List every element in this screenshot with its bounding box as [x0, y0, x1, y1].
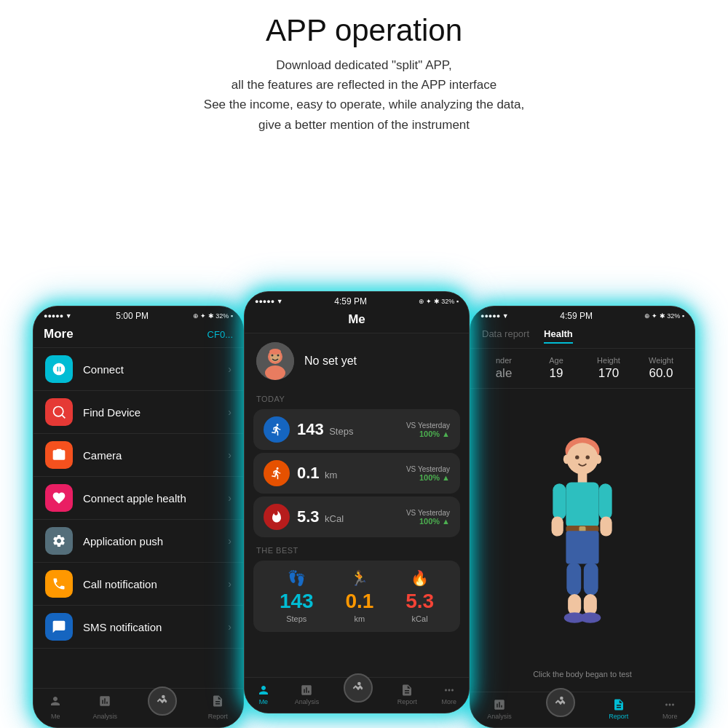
best-section: 👣 143 Steps 🏃 0.1 km 🔥 5. — [253, 561, 460, 632]
svg-point-8 — [277, 355, 280, 357]
steps-vs-value: 100% ▲ — [406, 430, 450, 438]
app-push-icon — [45, 527, 73, 555]
svg-point-13 — [575, 455, 579, 459]
menu-item-camera[interactable]: Camera › — [33, 434, 243, 477]
menu-item-find-device[interactable]: Find Device › — [33, 391, 243, 434]
right-report-label: Report — [609, 713, 628, 720]
header-section: APP operation Download dedicated "split"… — [0, 0, 728, 142]
age-label: Age — [549, 356, 563, 365]
right-phone: ●●●●● ▼ 4:59 PM ⊕ ✦ ✱ 32% ▪ Data report … — [470, 306, 695, 728]
middle-me-label: Me — [259, 698, 269, 705]
today-label: TODAY — [245, 389, 469, 406]
middle-analysis-icon — [300, 684, 313, 697]
middle-run-icon — [344, 673, 373, 703]
middle-nav-title: Me — [348, 312, 365, 327]
middle-nav-bar: Me — [245, 309, 469, 333]
middle-tab-analysis[interactable]: Analysis — [295, 684, 320, 705]
left-menu-list: Connect › Find Device › — [33, 348, 243, 688]
left-status-icons: ⊕ ✦ ✱ 32% ▪ — [193, 312, 233, 320]
left-tab-report[interactable]: Report — [208, 695, 228, 720]
weight-value: 60.0 — [649, 366, 673, 381]
svg-rect-22 — [600, 516, 612, 536]
right-more-icon — [663, 698, 676, 711]
health-screen: nder ale Age 19 Height 170 Weight — [470, 349, 695, 692]
left-nav-bar: More CF0... — [33, 324, 243, 348]
kcal-card[interactable]: 5.3 kCal VS Yesterday 100% ▲ — [253, 496, 460, 537]
height-cell: Height 170 — [585, 356, 632, 381]
middle-report-label: Report — [397, 698, 417, 705]
right-tab-analysis[interactable]: Analysis — [487, 698, 512, 720]
svg-rect-18 — [566, 482, 598, 528]
best-km-num: 0.1 — [345, 590, 373, 613]
menu-item-call[interactable]: Call notification › — [33, 563, 243, 606]
steps-vs-label: VS Yesterday — [406, 422, 450, 430]
left-phone-wrapper: ●●●●● ▼ 5:00 PM ⊕ ✦ ✱ 32% ▪ More CF0... … — [33, 306, 244, 728]
left-tab-report-label: Report — [208, 713, 228, 720]
steps-number: 143 — [297, 420, 324, 438]
left-status-signal: ●●●●● ▼ — [44, 312, 72, 320]
tab-health[interactable]: Health — [544, 328, 573, 344]
km-vs-label: VS Yesterday — [406, 465, 450, 473]
right-tab-report[interactable]: Report — [609, 698, 628, 720]
body-figure-area[interactable]: Click the body began to test — [470, 389, 695, 692]
svg-rect-21 — [552, 516, 563, 536]
svg-point-12 — [566, 443, 598, 474]
best-km-label: km — [355, 614, 365, 623]
best-steps-num: 143 — [280, 590, 314, 613]
tab-data-report[interactable]: Data report — [482, 328, 529, 344]
best-kcal-icon: 🔥 — [411, 569, 429, 587]
km-value-group: 0.1 km — [297, 464, 337, 483]
middle-more-label: More — [442, 698, 457, 705]
kcal-vs: VS Yesterday 100% ▲ — [406, 509, 450, 526]
left-tab-analysis[interactable]: Analysis — [93, 695, 118, 720]
menu-item-app-push[interactable]: Application push › — [33, 520, 243, 563]
best-km: 🏃 0.1 km — [345, 569, 373, 623]
km-vs: VS Yesterday 100% ▲ — [406, 465, 450, 482]
left-nav-action: CF0... — [207, 329, 233, 340]
body-figure — [524, 396, 641, 670]
middle-tab-report[interactable]: Report — [397, 684, 417, 705]
middle-tab-more[interactable]: More — [442, 684, 457, 705]
left-tab-me-label: Me — [51, 713, 60, 720]
sms-icon — [45, 613, 73, 641]
menu-item-connect[interactable]: Connect › — [33, 348, 243, 391]
middle-phone-wrapper: ●●●●● ▼ 4:59 PM ⊕ ✦ ✱ 32% ▪ Me — [244, 291, 470, 713]
middle-report-icon — [400, 684, 414, 697]
svg-point-15 — [563, 455, 570, 464]
gender-label: nder — [496, 356, 512, 365]
left-tab-me[interactable]: Me — [49, 695, 62, 720]
left-nav-title: More — [44, 327, 74, 341]
middle-tab-run[interactable] — [344, 687, 373, 703]
height-value: 170 — [598, 366, 619, 381]
km-card[interactable]: 0.1 km VS Yesterday 100% ▲ — [253, 453, 460, 494]
left-tab-analysis-label: Analysis — [93, 713, 118, 720]
age-cell: Age 19 — [533, 356, 579, 381]
right-status-bar: ●●●●● ▼ 4:59 PM ⊕ ✦ ✱ 32% ▪ — [470, 306, 695, 324]
svg-rect-26 — [566, 563, 581, 596]
steps-value-group: 143 Steps — [297, 420, 353, 439]
profile-section[interactable]: No set yet — [245, 333, 469, 389]
find-device-icon — [45, 398, 73, 426]
km-number: 0.1 — [297, 464, 320, 482]
left-tab-run[interactable] — [148, 700, 177, 716]
gender-value: ale — [496, 366, 513, 381]
best-steps-icon: 👣 — [288, 569, 306, 587]
right-tab-run[interactable] — [546, 701, 575, 717]
middle-tab-bar: Me Analysis Report — [245, 677, 469, 713]
left-status-bar: ●●●●● ▼ 5:00 PM ⊕ ✦ ✱ 32% ▪ — [33, 306, 243, 324]
best-kcal: 🔥 5.3 kCal — [405, 569, 434, 623]
middle-tab-me[interactable]: Me — [257, 684, 270, 705]
best-steps-label: Steps — [286, 614, 306, 623]
right-tab-more[interactable]: More — [662, 698, 678, 720]
right-analysis-label: Analysis — [487, 713, 512, 720]
best-kcal-label: kCal — [412, 614, 428, 623]
page-container: APP operation Download dedicated "split"… — [0, 0, 728, 728]
steps-card[interactable]: 143 Steps VS Yesterday 100% ▲ — [253, 409, 460, 450]
km-unit: km — [325, 470, 337, 480]
menu-item-apple-health[interactable]: Connect apple health › — [33, 477, 243, 520]
svg-point-9 — [269, 349, 281, 355]
svg-rect-29 — [584, 594, 597, 615]
svg-point-5 — [265, 365, 285, 380]
right-status-icons: ⊕ ✦ ✱ 32% ▪ — [644, 312, 684, 320]
menu-item-sms[interactable]: SMS notification › — [33, 606, 243, 649]
